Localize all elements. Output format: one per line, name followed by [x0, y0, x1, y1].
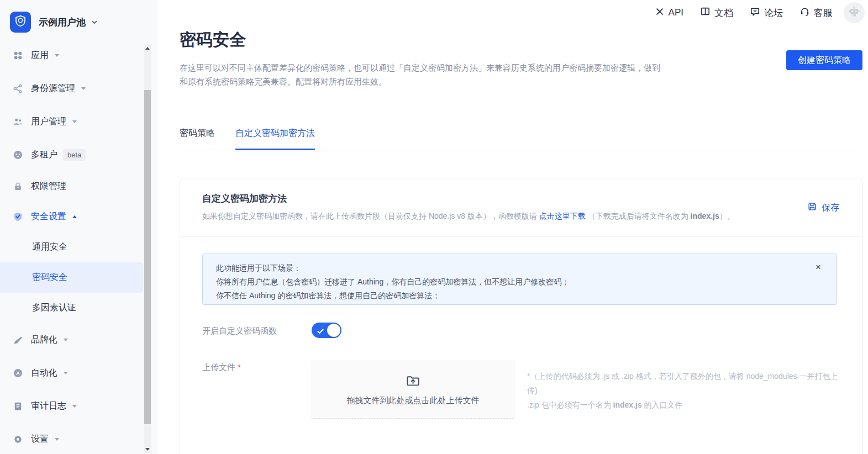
page-description: 在这里可以对不同主体配置差异化的密码策略，也可以通过「自定义密码加密方法」来兼容…	[180, 61, 749, 88]
card-description: 如果你想自定义密码加密函数，请在此上传函数片段（目前仅支持 Node.js v8…	[202, 212, 735, 221]
sidebar-subitem-label: 通用安全	[32, 241, 67, 253]
beta-badge: beta	[63, 149, 86, 161]
sidebar-item-audit-log[interactable]: 审计日志	[0, 389, 143, 423]
sidebar-item-label: 用户管理	[31, 116, 66, 128]
page-description-line2: 和原有系统密码策略完美兼容。配置将对所有应用生效。	[180, 75, 749, 88]
sidebar-item-label: 审计日志	[31, 400, 66, 412]
sidebar-item-label: 多租户	[31, 149, 57, 161]
alert-line1: 此功能适用于以下场景：	[216, 261, 803, 275]
scrollbar-up-button[interactable]	[144, 44, 151, 52]
app-screen: 示例用户池 应用 身份源管理	[0, 0, 868, 454]
audit-log-icon	[12, 400, 23, 411]
alert-line3: 你不信任 Authing 的密码加密算法，想使用自己的密码加密算法；	[216, 289, 803, 303]
toggle-label: 开启自定义密码函数	[202, 326, 277, 336]
caret-down-icon	[55, 54, 59, 57]
custom-function-toggle[interactable]	[312, 323, 341, 338]
card-description-text: （下载完成后请将文件名改为	[586, 212, 691, 220]
sidebar-subitem-label: 多因素认证	[32, 302, 76, 314]
info-alert: 此功能适用于以下场景： 你将所有用户信息（包含密码）迁移进了 Authing，你…	[202, 254, 837, 305]
tab-bar: 密码策略 自定义密码加密方法	[180, 128, 862, 150]
gear-icon	[12, 434, 23, 445]
sidebar-item-label: 应用	[31, 50, 49, 61]
caret-down-icon	[72, 405, 77, 408]
file-dropzone[interactable]: 拖拽文件到此处或点击此处上传文件	[312, 361, 514, 419]
sidebar-item-label: 权限管理	[31, 181, 66, 192]
upload-hint-2: .zip 包中必须有一个名为 index.js 的入口文件	[527, 398, 840, 412]
upload-hints: *（上传的代码必须为 .js 或 .zip 格式，若引入了额外的包，请将 nod…	[527, 369, 840, 412]
caret-down-icon	[81, 87, 86, 90]
caret-down-icon	[55, 438, 59, 441]
card-description-text: 如果你想自定义密码加密函数，请在此上传函数片段（目前仅支持 Node.js v8…	[202, 212, 539, 220]
sidebar-item-identity-sources[interactable]: 身份源管理	[0, 72, 143, 105]
sidebar-scrollbar[interactable]	[144, 44, 151, 453]
upload-field-label: 上传文件*	[202, 362, 241, 373]
automation-icon: A	[12, 367, 23, 378]
sidebar-subitem-mfa[interactable]: 多因素认证	[0, 293, 143, 323]
scrollbar-down-button[interactable]	[144, 445, 151, 453]
card-description-text: ）。	[719, 212, 735, 220]
caret-down-icon	[72, 120, 77, 123]
required-asterisk: *	[238, 362, 241, 372]
chevron-down-icon	[91, 19, 98, 25]
dropzone-text: 拖拽文件到此处或点击此处上传文件	[347, 395, 480, 406]
workspace-logo	[10, 12, 31, 33]
shield-check-icon	[12, 212, 23, 223]
create-password-policy-button[interactable]: 创建密码策略	[786, 50, 862, 70]
scrollbar-thumb[interactable]	[144, 90, 151, 424]
sidebar-subitem-password-security[interactable]: 密码安全	[0, 262, 143, 293]
page-title: 密码安全	[180, 29, 246, 51]
apps-icon	[12, 50, 23, 61]
index-js-filename: index.js	[691, 212, 719, 220]
toggle-knob	[327, 324, 340, 337]
sidebar: 示例用户池 应用 身份源管理	[0, 0, 157, 454]
svg-text:A: A	[16, 370, 20, 376]
workspace-switcher[interactable]: 示例用户池	[10, 12, 98, 33]
share-icon	[12, 83, 23, 94]
tab-custom-encryption[interactable]: 自定义密码加密方法	[235, 128, 315, 150]
upload-label-text: 上传文件	[202, 362, 235, 372]
upload-hint-2-text: .zip 包中必须有一个名为	[527, 400, 613, 409]
sidebar-item-branding[interactable]: 品牌化	[0, 323, 143, 356]
sidebar-nav: 应用 身份源管理 用户管理 多租户	[0, 39, 143, 454]
card-title: 自定义密码加密方法	[202, 192, 287, 205]
tenant-icon	[12, 149, 23, 160]
custom-encryption-card: 自定义密码加密方法 如果你想自定义密码加密函数，请在此上传函数片段（目前仅支持 …	[180, 178, 862, 454]
save-button[interactable]: 保存	[807, 202, 839, 214]
sidebar-item-apps[interactable]: 应用	[0, 39, 143, 72]
sidebar-item-multi-tenant[interactable]: 多租户 beta	[0, 138, 143, 171]
caret-up-icon	[72, 215, 77, 218]
sidebar-item-label: 品牌化	[31, 334, 57, 346]
caret-down-icon	[64, 339, 68, 341]
save-floppy-icon	[807, 202, 817, 214]
index-js-entry-filename: index.js	[613, 400, 642, 409]
sidebar-subitem-label: 密码安全	[32, 272, 67, 283]
sidebar-item-label: 自动化	[31, 367, 57, 379]
alert-line2: 你将所有用户信息（包含密码）迁移进了 Authing，你有自己的密码加密算法，但…	[216, 275, 803, 289]
download-template-link[interactable]: 点击这里下载	[539, 212, 586, 220]
close-icon[interactable]: ×	[816, 262, 821, 272]
caret-down-icon	[64, 372, 68, 374]
sidebar-item-settings[interactable]: 设置	[0, 423, 143, 454]
page-content: 密码安全 在这里可以对不同主体配置差异化的密码策略，也可以通过「自定义密码加密方…	[180, 0, 862, 454]
shield-logo-icon	[14, 14, 27, 30]
sidebar-item-permissions[interactable]: 权限管理	[0, 171, 143, 202]
lock-icon	[12, 181, 23, 192]
sidebar-item-security-settings[interactable]: 安全设置	[0, 202, 143, 232]
sidebar-item-label: 安全设置	[31, 211, 66, 223]
upload-hint-2-text: 的入口文件	[642, 400, 683, 409]
save-button-label: 保存	[822, 202, 839, 214]
upload-hint-1: *（上传的代码必须为 .js 或 .zip 格式，若引入了额外的包，请将 nod…	[527, 369, 840, 398]
card-divider	[180, 236, 862, 237]
triangle-down-icon	[145, 448, 150, 451]
check-icon	[317, 327, 324, 337]
sidebar-subitem-general-security[interactable]: 通用安全	[0, 232, 143, 262]
workspace-name: 示例用户池	[39, 16, 86, 29]
sidebar-item-label: 设置	[31, 434, 49, 445]
tab-password-policy[interactable]: 密码策略	[180, 128, 215, 150]
sidebar-item-label: 身份源管理	[31, 83, 75, 94]
main-area: API 文档 论坛 客服	[157, 0, 868, 454]
sidebar-item-user-management[interactable]: 用户管理	[0, 105, 143, 138]
users-icon	[12, 116, 23, 127]
sidebar-item-automation[interactable]: A 自动化	[0, 356, 143, 389]
upload-folder-icon	[406, 373, 420, 390]
